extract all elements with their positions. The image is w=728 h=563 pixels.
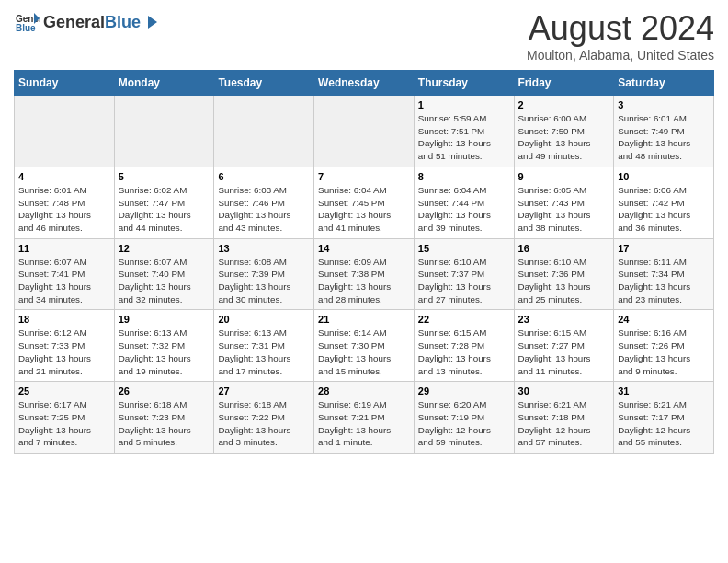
day-info: Sunrise: 6:06 AM Sunset: 7:42 PM Dayligh… [618,184,710,235]
day-info: Sunrise: 6:13 AM Sunset: 7:31 PM Dayligh… [218,327,310,377]
calendar-cell: 23Sunrise: 6:15 AM Sunset: 7:27 PM Dayli… [514,310,614,382]
day-info: Sunrise: 6:21 AM Sunset: 7:17 PM Dayligh… [618,398,710,449]
day-number: 16 [518,243,610,254]
day-header-tuesday: Tuesday [214,71,314,96]
calendar-cell: 21Sunrise: 6:14 AM Sunset: 7:30 PM Dayli… [314,310,415,382]
calendar-cell: 6Sunrise: 6:03 AM Sunset: 7:46 PM Daylig… [214,167,314,238]
day-number: 14 [318,243,410,254]
calendar-cell: 9Sunrise: 6:05 AM Sunset: 7:43 PM Daylig… [514,167,614,238]
day-header-sunday: Sunday [15,71,115,96]
day-number: 2 [518,99,610,110]
day-number: 6 [218,171,310,182]
logo-arrow-icon [142,14,159,30]
day-number: 12 [119,243,210,254]
calendar-header: SundayMondayTuesdayWednesdayThursdayFrid… [15,71,714,96]
day-number: 17 [618,243,710,254]
calendar-week-1: 1Sunrise: 5:59 AM Sunset: 7:51 PM Daylig… [15,96,714,167]
day-number: 28 [318,385,410,396]
logo-blue: Blue [105,13,141,32]
day-info: Sunrise: 6:07 AM Sunset: 7:41 PM Dayligh… [18,256,110,306]
page-header: General Blue General Blue August 2024 Mo… [14,9,714,63]
calendar-cell: 12Sunrise: 6:07 AM Sunset: 7:40 PM Dayli… [114,238,214,310]
logo-general: General [43,13,105,32]
calendar-cell: 2Sunrise: 6:00 AM Sunset: 7:50 PM Daylig… [514,96,614,167]
calendar-cell: 19Sunrise: 6:13 AM Sunset: 7:32 PM Dayli… [114,310,214,382]
calendar-cell: 16Sunrise: 6:10 AM Sunset: 7:36 PM Dayli… [514,238,614,310]
day-info: Sunrise: 5:59 AM Sunset: 7:51 PM Dayligh… [418,112,510,163]
day-number: 21 [318,314,410,325]
day-info: Sunrise: 6:14 AM Sunset: 7:30 PM Dayligh… [318,327,410,377]
calendar-cell [214,96,314,167]
calendar-cell [314,96,415,167]
svg-marker-3 [148,16,157,29]
calendar-cell: 10Sunrise: 6:06 AM Sunset: 7:42 PM Dayli… [614,167,714,238]
day-number: 15 [418,243,510,254]
calendar-cell: 17Sunrise: 6:11 AM Sunset: 7:34 PM Dayli… [614,238,714,310]
day-number: 24 [618,314,710,325]
calendar-cell: 24Sunrise: 6:16 AM Sunset: 7:26 PM Dayli… [614,310,714,382]
day-info: Sunrise: 6:04 AM Sunset: 7:45 PM Dayligh… [318,184,410,235]
day-header-thursday: Thursday [414,71,514,96]
day-info: Sunrise: 6:15 AM Sunset: 7:27 PM Dayligh… [518,327,610,377]
logo-icon: General Blue [14,9,40,35]
day-number: 8 [418,171,510,182]
calendar-cell: 27Sunrise: 6:18 AM Sunset: 7:22 PM Dayli… [214,382,314,454]
day-info: Sunrise: 6:19 AM Sunset: 7:21 PM Dayligh… [318,398,410,449]
calendar-cell: 5Sunrise: 6:02 AM Sunset: 7:47 PM Daylig… [114,167,214,238]
day-info: Sunrise: 6:01 AM Sunset: 7:49 PM Dayligh… [618,112,710,163]
day-info: Sunrise: 6:18 AM Sunset: 7:23 PM Dayligh… [119,398,210,449]
calendar-week-4: 18Sunrise: 6:12 AM Sunset: 7:33 PM Dayli… [15,310,714,382]
day-info: Sunrise: 6:09 AM Sunset: 7:38 PM Dayligh… [318,256,410,306]
day-info: Sunrise: 6:16 AM Sunset: 7:26 PM Dayligh… [618,327,710,377]
day-header-friday: Friday [514,71,614,96]
day-header-monday: Monday [114,71,214,96]
calendar-week-2: 4Sunrise: 6:01 AM Sunset: 7:48 PM Daylig… [15,167,714,238]
calendar-cell: 4Sunrise: 6:01 AM Sunset: 7:48 PM Daylig… [15,167,115,238]
day-header-saturday: Saturday [614,71,714,96]
day-info: Sunrise: 6:04 AM Sunset: 7:44 PM Dayligh… [418,184,510,235]
calendar-cell: 1Sunrise: 5:59 AM Sunset: 7:51 PM Daylig… [414,96,514,167]
calendar-cell: 30Sunrise: 6:21 AM Sunset: 7:18 PM Dayli… [514,382,614,454]
calendar-cell: 15Sunrise: 6:10 AM Sunset: 7:37 PM Dayli… [414,238,514,310]
day-info: Sunrise: 6:01 AM Sunset: 7:48 PM Dayligh… [18,184,110,235]
title-area: August 2024 Moulton, Alabama, United Sta… [527,9,714,63]
day-number: 19 [119,314,210,325]
day-number: 29 [418,385,510,396]
page-title: August 2024 [527,9,714,48]
calendar-cell [114,96,214,167]
calendar-cell: 13Sunrise: 6:08 AM Sunset: 7:39 PM Dayli… [214,238,314,310]
page-subtitle: Moulton, Alabama, United States [527,48,714,63]
svg-text:Blue: Blue [16,23,36,33]
day-info: Sunrise: 6:15 AM Sunset: 7:28 PM Dayligh… [418,327,510,377]
day-number: 27 [218,385,310,396]
day-number: 3 [618,99,710,110]
calendar-cell: 22Sunrise: 6:15 AM Sunset: 7:28 PM Dayli… [414,310,514,382]
day-number: 11 [18,243,110,254]
day-info: Sunrise: 6:12 AM Sunset: 7:33 PM Dayligh… [18,327,110,377]
calendar-cell: 29Sunrise: 6:20 AM Sunset: 7:19 PM Dayli… [414,382,514,454]
day-number: 5 [119,171,210,182]
calendar-cell: 28Sunrise: 6:19 AM Sunset: 7:21 PM Dayli… [314,382,415,454]
calendar-week-3: 11Sunrise: 6:07 AM Sunset: 7:41 PM Dayli… [15,238,714,310]
day-info: Sunrise: 6:10 AM Sunset: 7:37 PM Dayligh… [418,256,510,306]
day-number: 18 [18,314,110,325]
calendar-cell: 18Sunrise: 6:12 AM Sunset: 7:33 PM Dayli… [15,310,115,382]
day-info: Sunrise: 6:18 AM Sunset: 7:22 PM Dayligh… [218,398,310,449]
day-info: Sunrise: 6:07 AM Sunset: 7:40 PM Dayligh… [119,256,210,306]
day-info: Sunrise: 6:13 AM Sunset: 7:32 PM Dayligh… [119,327,210,377]
day-info: Sunrise: 6:08 AM Sunset: 7:39 PM Dayligh… [218,256,310,306]
calendar-cell: 11Sunrise: 6:07 AM Sunset: 7:41 PM Dayli… [15,238,115,310]
logo: General Blue General Blue [14,9,159,35]
day-info: Sunrise: 6:10 AM Sunset: 7:36 PM Dayligh… [518,256,610,306]
day-number: 26 [119,385,210,396]
day-number: 7 [318,171,410,182]
calendar-cell: 3Sunrise: 6:01 AM Sunset: 7:49 PM Daylig… [614,96,714,167]
day-number: 30 [518,385,610,396]
day-number: 13 [218,243,310,254]
day-info: Sunrise: 6:03 AM Sunset: 7:46 PM Dayligh… [218,184,310,235]
calendar-cell: 14Sunrise: 6:09 AM Sunset: 7:38 PM Dayli… [314,238,415,310]
day-info: Sunrise: 6:02 AM Sunset: 7:47 PM Dayligh… [119,184,210,235]
day-header-wednesday: Wednesday [314,71,415,96]
calendar-cell [15,96,115,167]
calendar-table: SundayMondayTuesdayWednesdayThursdayFrid… [14,70,714,454]
